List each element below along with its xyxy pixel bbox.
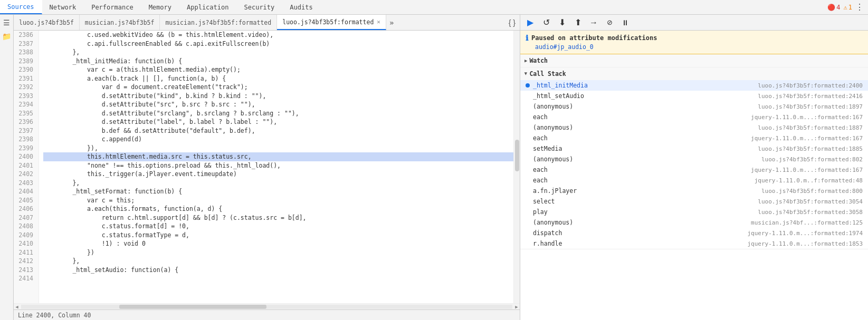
stack-item-location: luoo.js?4bf3b5f:formatted:2416 bbox=[758, 93, 863, 100]
code-line: }, bbox=[43, 48, 513, 57]
code-line: c.api.fullscreenEnabled && c.api.exitFul… bbox=[43, 40, 513, 49]
editor-area: luoo.js?4bf3b5f musician.js?4bf3b5f musi… bbox=[14, 15, 520, 320]
call-stack-header[interactable]: ▶ Call Stack bbox=[520, 67, 868, 80]
stack-item[interactable]: (anonymous)luoo.js?4bf3b5f:formatted:189… bbox=[520, 101, 868, 112]
status-bar: Line 2400, Column 40 bbox=[14, 309, 520, 320]
stack-item[interactable]: a.fn.jPlayerluoo.js?4bf3b5f:formatted:80… bbox=[520, 186, 868, 196]
code-line: "none" !== this.options.preload && this.… bbox=[43, 161, 513, 170]
code-container: 2386238723882389239023912392239323942395… bbox=[14, 31, 520, 303]
vertical-scrollbar[interactable] bbox=[513, 31, 520, 303]
stack-item[interactable]: eachjquery-1.11.0.m...:formatted:167 bbox=[520, 164, 868, 175]
stack-item-name: each bbox=[533, 166, 602, 173]
scroll-left-arrow[interactable]: ◀ bbox=[14, 304, 20, 310]
call-stack-label: Call Stack bbox=[529, 70, 566, 77]
code-line bbox=[43, 274, 513, 283]
nav-tab-network[interactable]: Network bbox=[42, 0, 84, 14]
stack-item-name: (anonymous) bbox=[533, 156, 602, 163]
nav-tab-sources[interactable]: Sources bbox=[0, 0, 42, 14]
error-count: 4 bbox=[836, 4, 840, 11]
code-line: c.status.format[d] = !0, bbox=[43, 222, 513, 231]
code-line: var c = this; bbox=[43, 196, 513, 205]
stack-item[interactable]: eachjquery-1.11.0.m..f:formatted:48 bbox=[520, 175, 868, 186]
stack-item-location: luoo.js?4bf3b5f:formatted:802 bbox=[761, 156, 863, 163]
nav-tab-memory[interactable]: Memory bbox=[141, 0, 179, 14]
step-button[interactable]: → bbox=[587, 17, 600, 28]
stack-item[interactable]: _html_setAudioluoo.js?4bf3b5f:formatted:… bbox=[520, 91, 868, 101]
file-tab-luoo-formatted[interactable]: luoo.js?4bf3b5f:formatted ✕ bbox=[277, 15, 386, 30]
stack-item-name: each bbox=[533, 113, 602, 121]
code-line: }), bbox=[43, 144, 513, 153]
error-badge[interactable]: 🔴 4 bbox=[827, 4, 840, 11]
resume-button[interactable]: ▶ bbox=[523, 17, 537, 28]
stack-item-location: jquery-1.11.0.m...:formatted:167 bbox=[751, 167, 863, 173]
stack-item-location: luoo.js?4bf3b5f:formatted:1887 bbox=[758, 124, 863, 131]
nav-tab-audits[interactable]: Audits bbox=[282, 0, 320, 14]
file-tab-close-button[interactable]: ✕ bbox=[377, 19, 380, 25]
stack-item[interactable]: (anonymous)luoo.js?4bf3b5f:formatted:188… bbox=[520, 122, 868, 133]
code-line: return c.html.support[d] && b[d] ? (c.st… bbox=[43, 214, 513, 222]
stack-item[interactable]: (anonymous)luoo.js?4bf3b5f:formatted:802 bbox=[520, 154, 868, 164]
warn-icon: ⚠ bbox=[844, 4, 847, 11]
pause-exception-button[interactable]: ⏸ bbox=[618, 17, 632, 28]
call-stack-list: _html_initMedialuoo.js?4bf3b5f:formatted… bbox=[520, 80, 868, 249]
file-tab-musician-formatted[interactable]: musician.js?4bf3b5f:formatted bbox=[160, 15, 277, 30]
stack-item[interactable]: (anonymous)musician.js?4bf...:formatted:… bbox=[520, 217, 868, 228]
stack-item-location: jquery-1.11.0.m...:formatted:1974 bbox=[747, 230, 863, 237]
stack-item-location: luoo.js?4bf3b5f:formatted:1885 bbox=[758, 146, 863, 152]
info-icon: ℹ bbox=[526, 34, 528, 42]
pause-notice-subtitle[interactable]: audio#jp_audio_0 bbox=[535, 43, 863, 51]
watch-header[interactable]: ▶ Watch bbox=[520, 54, 868, 67]
file-tabs: luoo.js?4bf3b5f musician.js?4bf3b5f musi… bbox=[14, 15, 520, 31]
step-over-button[interactable]: ↺ bbox=[539, 17, 553, 28]
step-into-button[interactable]: ⬇ bbox=[555, 17, 569, 28]
watch-section: ▶ Watch bbox=[520, 54, 868, 67]
scroll-right-arrow[interactable]: ▶ bbox=[513, 304, 520, 310]
code-line: c.status.formatType = d, bbox=[43, 231, 513, 240]
file-tabs-actions: { } bbox=[507, 17, 520, 28]
stack-item-name: r.handle bbox=[533, 240, 602, 247]
nav-tab-application[interactable]: Application bbox=[179, 0, 236, 14]
pause-notice: ℹ Paused on attribute modifications audi… bbox=[520, 31, 868, 54]
filesystem-button[interactable]: 📁 bbox=[1, 31, 13, 42]
pretty-print-button[interactable]: { } bbox=[507, 17, 518, 28]
stack-item[interactable]: r.handlejquery-1.11.0.m...:formatted:185… bbox=[520, 238, 868, 249]
code-line: c.append(d) bbox=[43, 135, 513, 144]
stack-item[interactable]: selectluoo.js?4bf3b5f:formatted:3054 bbox=[520, 196, 868, 207]
stack-item[interactable]: eachjquery-1.11.0.m...:formatted:167 bbox=[520, 112, 868, 122]
horizontal-scrollbar[interactable]: ◀ ▶ bbox=[14, 303, 520, 309]
code-line: c.used.webkitVideo && (b = this.htmlElem… bbox=[43, 31, 513, 40]
code-line: d.setAttribute("label", b.label ? b.labe… bbox=[43, 118, 513, 127]
file-tabs-more-button[interactable]: » bbox=[386, 15, 397, 30]
code-line: a.each(this.formats, function(a, d) { bbox=[43, 205, 513, 214]
stack-item[interactable]: playluoo.js?4bf3b5f:formatted:3058 bbox=[520, 207, 868, 217]
file-tab-luoo[interactable]: luoo.js?4bf3b5f bbox=[14, 15, 80, 30]
main-menu-button[interactable]: ⋮ bbox=[855, 2, 864, 12]
nav-tab-performance[interactable]: Performance bbox=[84, 0, 141, 14]
stack-item-location: luoo.js?4bf3b5f:formatted:3054 bbox=[758, 198, 863, 205]
watch-triangle: ▶ bbox=[524, 58, 527, 63]
stack-item[interactable]: _html_initMedialuoo.js?4bf3b5f:formatted… bbox=[520, 80, 868, 91]
code-line: var c = a(this.htmlElement.media).empty(… bbox=[43, 65, 513, 74]
code-content[interactable]: c.used.webkitVideo && (b = this.htmlElem… bbox=[39, 31, 513, 303]
scroll-thumb-horiz[interactable] bbox=[119, 305, 266, 309]
stack-item[interactable]: dispatchjquery-1.11.0.m...:formatted:197… bbox=[520, 228, 868, 238]
scroll-thumb[interactable] bbox=[515, 140, 519, 171]
stack-item-location: luoo.js?4bf3b5f:formatted:1897 bbox=[758, 103, 863, 110]
code-line: var d = document.createElement("track"); bbox=[43, 83, 513, 92]
stack-item-location: jquery-1.11.0.m...:formatted:1853 bbox=[747, 240, 863, 247]
file-tab-musician[interactable]: musician.js?4bf3b5f bbox=[80, 15, 160, 30]
code-line: _html_setAudio: function(a) { bbox=[43, 266, 513, 275]
warn-badge[interactable]: ⚠ 1 bbox=[844, 4, 852, 11]
scroll-track[interactable] bbox=[21, 305, 512, 309]
code-line: d.setAttribute("src", b.src ? b.src : ""… bbox=[43, 100, 513, 109]
stack-item-name: (anonymous) bbox=[533, 124, 602, 131]
stack-item[interactable]: setMedialuoo.js?4bf3b5f:formatted:1885 bbox=[520, 143, 868, 154]
top-nav: Sources Network Performance Memory Appli… bbox=[0, 0, 868, 15]
stack-item-location: jquery-1.11.0.m..f:formatted:48 bbox=[755, 177, 863, 184]
nav-tab-security[interactable]: Security bbox=[236, 0, 282, 14]
step-out-button[interactable]: ⬆ bbox=[571, 17, 585, 28]
deactivate-button[interactable]: ⊘ bbox=[603, 17, 616, 28]
stack-item-name: setMedia bbox=[533, 145, 602, 152]
stack-item[interactable]: eachjquery-1.11.0.m...:formatted:167 bbox=[520, 133, 868, 143]
sidebar-toggle-button[interactable]: ☰ bbox=[1, 17, 13, 28]
